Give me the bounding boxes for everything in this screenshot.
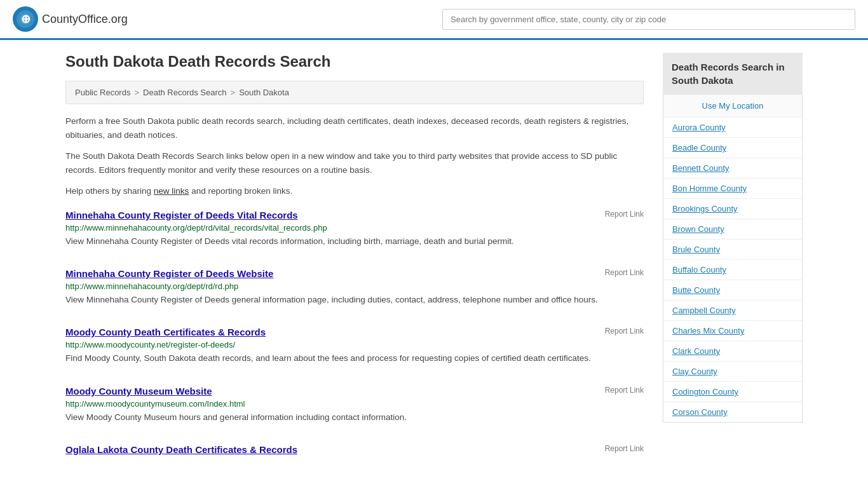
sidebar-title: Death Records Search in South Dakota bbox=[663, 53, 803, 95]
breadcrumb: Public Records > Death Records Search > … bbox=[65, 81, 644, 104]
report-link[interactable]: Report Link bbox=[605, 444, 644, 453]
result-header: Oglala Lakota County Death Certificates … bbox=[65, 444, 644, 455]
search-input[interactable] bbox=[442, 9, 855, 30]
sidebar-item-codington[interactable]: Codington County bbox=[663, 382, 802, 402]
result-url: http://www.moodycounty.net/register-of-d… bbox=[65, 340, 644, 349]
sidebar-item-clark[interactable]: Clark County bbox=[663, 341, 802, 362]
result-desc: View Minnehaha County Register of Deeds … bbox=[65, 235, 644, 248]
result-item: Moody County Death Certificates & Record… bbox=[65, 327, 644, 367]
result-item: Moody County Museum Website Report Link … bbox=[65, 386, 644, 426]
report-link[interactable]: Report Link bbox=[605, 386, 644, 395]
sidebar-item-clay[interactable]: Clay County bbox=[663, 362, 802, 382]
result-header: Moody County Museum Website Report Link bbox=[65, 386, 644, 396]
result-title[interactable]: Oglala Lakota County Death Certificates … bbox=[65, 444, 297, 455]
result-url: http://www.minnehahacounty.org/dept/rd/v… bbox=[65, 223, 644, 233]
description-3: Help others by sharing new links and rep… bbox=[65, 184, 644, 198]
sidebar-item-bennett[interactable]: Bennett County bbox=[663, 158, 802, 179]
report-link[interactable]: Report Link bbox=[605, 210, 644, 219]
sidebar-item-charlesmix[interactable]: Charles Mix County bbox=[663, 321, 802, 341]
use-location-button[interactable]: Use My Location bbox=[663, 95, 802, 118]
sidebar: Death Records Search in South Dakota Use… bbox=[663, 53, 803, 478]
logo-icon: ⊕ bbox=[13, 6, 38, 32]
description-2: The South Dakota Death Records Search li… bbox=[65, 149, 644, 177]
search-container bbox=[442, 9, 855, 30]
new-links-link[interactable]: new links bbox=[154, 186, 189, 196]
description-1: Perform a free South Dakota public death… bbox=[65, 114, 644, 142]
page-title: South Dakota Death Records Search bbox=[65, 53, 644, 71]
logo-text: CountyOffice.org bbox=[42, 13, 128, 26]
result-url: http://www.moodycountymuseum.com/Index.h… bbox=[65, 399, 644, 409]
breadcrumb-current: South Dakota bbox=[239, 88, 289, 97]
sidebar-item-brookings[interactable]: Brookings County bbox=[663, 199, 802, 219]
result-title[interactable]: Minnehaha County Register of Deeds Vital… bbox=[65, 210, 298, 220]
sidebar-item-brule[interactable]: Brule County bbox=[663, 240, 802, 260]
breadcrumb-sep-2: > bbox=[231, 88, 236, 97]
sidebar-item-brown[interactable]: Brown County bbox=[663, 219, 802, 240]
result-item: Minnehaha County Register of Deeds Websi… bbox=[65, 268, 644, 309]
main-container: South Dakota Death Records Search Public… bbox=[53, 40, 815, 488]
results-list: Minnehaha County Register of Deeds Vital… bbox=[65, 210, 644, 460]
site-logo[interactable]: ⊕ CountyOffice.org bbox=[13, 6, 128, 32]
report-link[interactable]: Report Link bbox=[605, 268, 644, 277]
result-header: Minnehaha County Register of Deeds Websi… bbox=[65, 268, 644, 279]
result-url: http://www.minnehahacounty.org/dept/rd/r… bbox=[65, 281, 644, 291]
sidebar-item-campbell[interactable]: Campbell County bbox=[663, 301, 802, 321]
result-header: Moody County Death Certificates & Record… bbox=[65, 327, 644, 337]
report-link[interactable]: Report Link bbox=[605, 327, 644, 336]
result-title[interactable]: Moody County Death Certificates & Record… bbox=[65, 327, 266, 337]
svg-text:⊕: ⊕ bbox=[21, 13, 31, 25]
result-desc: Find Moody County, South Dakota death re… bbox=[65, 352, 644, 365]
breadcrumb-sep-1: > bbox=[134, 88, 139, 97]
breadcrumb-death-records[interactable]: Death Records Search bbox=[143, 88, 227, 97]
result-header: Minnehaha County Register of Deeds Vital… bbox=[65, 210, 644, 220]
sidebar-item-buffalo[interactable]: Buffalo County bbox=[663, 260, 802, 280]
result-desc: View Minnehaha County Register of Deeds … bbox=[65, 294, 644, 306]
result-desc: View Moody County Museum hours and gener… bbox=[65, 411, 644, 424]
sidebar-item-corson[interactable]: Corson County bbox=[663, 402, 802, 422]
site-header: ⊕ CountyOffice.org bbox=[0, 0, 868, 40]
result-title[interactable]: Moody County Museum Website bbox=[65, 386, 212, 396]
sidebar-item-bonhomme[interactable]: Bon Homme County bbox=[663, 179, 802, 199]
sidebar-item-aurora[interactable]: Aurora County bbox=[663, 118, 802, 138]
result-title[interactable]: Minnehaha County Register of Deeds Websi… bbox=[65, 268, 273, 279]
result-item: Oglala Lakota County Death Certificates … bbox=[65, 444, 644, 460]
content-area: South Dakota Death Records Search Public… bbox=[65, 53, 644, 478]
sidebar-section: Use My Location Aurora County Beadle Cou… bbox=[663, 95, 803, 423]
result-item: Minnehaha County Register of Deeds Vital… bbox=[65, 210, 644, 250]
sidebar-item-butte[interactable]: Butte County bbox=[663, 280, 802, 301]
breadcrumb-public-records[interactable]: Public Records bbox=[75, 88, 130, 97]
sidebar-item-beadle[interactable]: Beadle County bbox=[663, 138, 802, 158]
